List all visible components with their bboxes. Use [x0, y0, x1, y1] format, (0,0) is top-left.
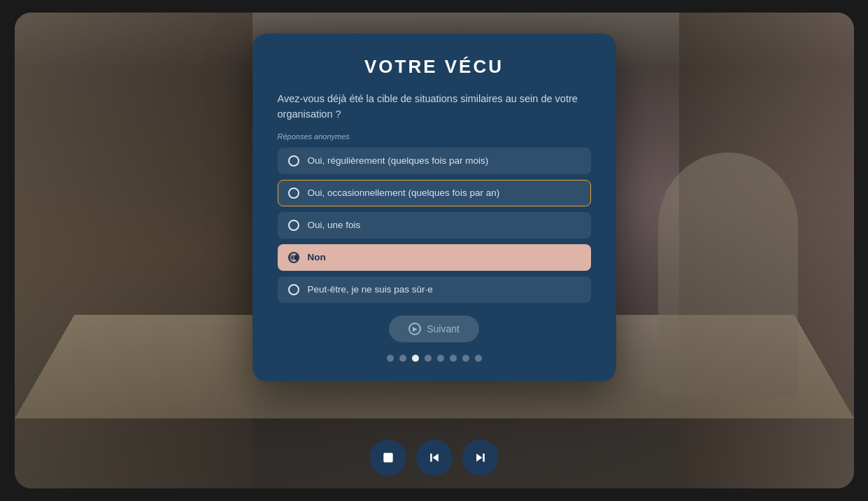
- option-3-label: Oui, une fois: [308, 220, 361, 230]
- options-list: Oui, régulièrement (quelques fois par mo…: [278, 148, 591, 303]
- radio-3: [288, 220, 299, 231]
- option-2[interactable]: Oui, occasionnellement (quelques fois pa…: [278, 180, 591, 206]
- person-silhouette: [658, 153, 798, 397]
- radio-4: [288, 252, 299, 263]
- dot-2[interactable]: [399, 355, 406, 362]
- option-4[interactable]: Non: [278, 244, 591, 271]
- scene: VOTRE VÉCU Avez-vous déjà été la cible d…: [15, 13, 854, 488]
- modal-question: Avez-vous déjà été la cible de situation…: [278, 92, 591, 122]
- svg-rect-4: [430, 453, 432, 462]
- svg-marker-5: [476, 453, 482, 462]
- radio-2: [288, 188, 299, 199]
- radio-1: [288, 155, 299, 167]
- option-1-label: Oui, régulièrement (quelques fois par mo…: [308, 155, 489, 166]
- dot-1[interactable]: [387, 355, 394, 362]
- modal-title: VOTRE VÉCU: [278, 56, 591, 78]
- next-ctrl-icon: [474, 451, 488, 465]
- option-3[interactable]: Oui, une fois: [278, 212, 591, 239]
- dot-6[interactable]: [450, 355, 457, 362]
- svg-marker-3: [432, 453, 438, 462]
- svg-rect-6: [483, 453, 485, 462]
- stop-icon: [381, 451, 395, 465]
- svg-point-1: [290, 256, 293, 259]
- option-1[interactable]: Oui, régulièrement (quelques fois par mo…: [278, 148, 591, 174]
- next-button-label: Suivant: [427, 323, 460, 334]
- option-5-label: Peut-être, je ne suis pas sûr·e: [308, 284, 433, 295]
- bottom-controls: [370, 439, 499, 476]
- next-ctrl-button[interactable]: [462, 439, 499, 476]
- next-icon: ▶: [408, 323, 421, 335]
- dot-3[interactable]: [412, 355, 419, 362]
- responses-label: Réponses anonymes: [278, 132, 591, 141]
- option-5[interactable]: Peut-être, je ne suis pas sûr·e: [278, 276, 591, 303]
- prev-icon: [427, 451, 441, 465]
- dot-8[interactable]: [475, 355, 482, 362]
- dot-5[interactable]: [437, 355, 444, 362]
- dot-4[interactable]: [425, 355, 432, 362]
- prev-button[interactable]: [416, 439, 453, 476]
- survey-modal: VOTRE VÉCU Avez-vous déjà été la cible d…: [252, 34, 616, 381]
- svg-rect-2: [383, 453, 392, 462]
- stop-button[interactable]: [370, 439, 406, 476]
- next-button[interactable]: ▶ Suivant: [389, 316, 479, 342]
- option-2-label: Oui, occasionnellement (quelques fois pa…: [308, 188, 500, 198]
- dot-7[interactable]: [462, 355, 469, 362]
- radio-5: [288, 284, 299, 295]
- option-4-label: Non: [308, 252, 326, 262]
- pagination-dots: [278, 355, 591, 362]
